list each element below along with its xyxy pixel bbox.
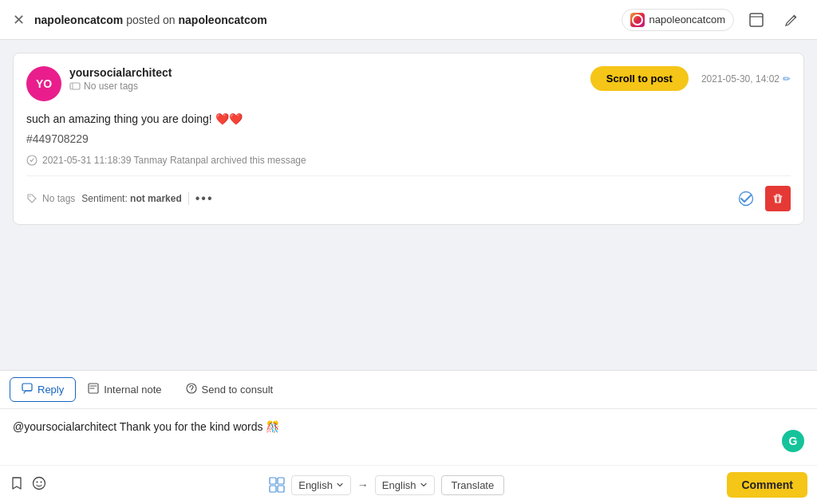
bookmark-icon[interactable] bbox=[10, 476, 24, 494]
reply-input[interactable]: @yoursocialarchitect Thank you for the k… bbox=[0, 409, 817, 465]
chevron-down-icon bbox=[420, 481, 428, 489]
comment-card: YO yoursocialarchitect No user tags Scro… bbox=[13, 53, 804, 225]
chevron-down-icon bbox=[336, 481, 344, 489]
svg-rect-0 bbox=[750, 14, 763, 26]
account-selector[interactable]: napoleoncatcom bbox=[622, 9, 734, 31]
translate-button[interactable]: Translate bbox=[441, 475, 505, 495]
comment-submit-button[interactable]: Comment bbox=[727, 472, 807, 498]
svg-point-5 bbox=[30, 196, 31, 198]
reply-area: Reply Internal note Send to consult bbox=[0, 370, 817, 504]
reply-footer: English → English Translate Comment bbox=[0, 465, 817, 504]
svg-rect-15 bbox=[278, 478, 284, 484]
reply-tabs: Reply Internal note Send to consult bbox=[0, 371, 817, 409]
translate-to-select[interactable]: English bbox=[375, 475, 435, 495]
input-container: @yoursocialarchitect Thank you for the k… bbox=[0, 409, 817, 465]
instagram-icon bbox=[630, 13, 645, 27]
footer-divider bbox=[188, 192, 189, 205]
tab-internal-label: Internal note bbox=[104, 384, 161, 396]
translate-from-select[interactable]: English bbox=[291, 475, 351, 495]
edit-icon bbox=[784, 13, 799, 27]
svg-rect-14 bbox=[270, 478, 276, 484]
svg-point-10 bbox=[191, 392, 191, 392]
reply-icon bbox=[22, 383, 33, 396]
sentiment-label: Sentiment: not marked bbox=[81, 193, 181, 204]
comment-hashtag: #449708229 bbox=[26, 132, 791, 145]
svg-rect-16 bbox=[270, 486, 276, 492]
more-options-button[interactable]: ••• bbox=[195, 191, 214, 206]
translate-icon bbox=[269, 477, 285, 493]
header-title: napoleoncatcom posted on napoleoncatcom bbox=[34, 14, 622, 26]
tab-send-to-consult[interactable]: Send to consult bbox=[174, 377, 286, 402]
tags-section: No tags bbox=[26, 193, 75, 204]
tag-icon bbox=[69, 81, 81, 92]
comment-user: YO yoursocialarchitect No user tags bbox=[26, 66, 172, 101]
svg-point-13 bbox=[41, 481, 42, 482]
svg-rect-17 bbox=[278, 486, 284, 492]
grammarly-badge: G bbox=[782, 430, 804, 452]
tag-icon bbox=[26, 193, 37, 204]
comment-text: such an amazing thing you are doing! ❤️❤… bbox=[26, 111, 791, 128]
archive-icon bbox=[26, 155, 37, 166]
svg-rect-7 bbox=[22, 384, 32, 391]
mark-done-button[interactable] bbox=[733, 186, 759, 211]
archive-notice: 2021-05-31 11:18:39 Tanmay Ratanpal arch… bbox=[26, 155, 791, 176]
svg-rect-2 bbox=[70, 83, 80, 89]
svg-point-12 bbox=[37, 481, 38, 482]
emoji-icon[interactable] bbox=[32, 476, 46, 494]
comment-footer: No tags Sentiment: not marked ••• bbox=[26, 186, 791, 211]
close-button[interactable]: ✕ bbox=[13, 11, 25, 29]
internal-note-icon bbox=[88, 383, 99, 396]
header: ✕ napoleoncatcom posted on napoleoncatco… bbox=[0, 0, 817, 40]
checkmark-icon bbox=[738, 191, 754, 207]
main-content: YO yoursocialarchitect No user tags Scro… bbox=[0, 40, 817, 370]
tab-reply-label: Reply bbox=[37, 384, 64, 396]
trash-icon bbox=[772, 193, 783, 204]
translate-section: English → English Translate bbox=[54, 475, 719, 495]
avatar: YO bbox=[26, 66, 61, 101]
footer-left-actions bbox=[10, 476, 46, 494]
svg-point-11 bbox=[34, 477, 45, 489]
comment-date: 2021-05-30, 14:02 ✏ bbox=[701, 73, 791, 85]
tab-internal-note[interactable]: Internal note bbox=[76, 377, 173, 402]
header-actions: napoleoncatcom bbox=[622, 7, 804, 33]
comment-header: YO yoursocialarchitect No user tags Scro… bbox=[26, 66, 791, 101]
tab-reply[interactable]: Reply bbox=[10, 377, 76, 402]
edit-icon-button[interactable] bbox=[779, 7, 804, 33]
tab-consult-label: Send to consult bbox=[202, 384, 274, 396]
user-info: yoursocialarchitect No user tags bbox=[69, 66, 172, 92]
scroll-to-post-button[interactable]: Scroll to post bbox=[590, 66, 689, 91]
delete-button[interactable] bbox=[765, 186, 791, 211]
consult-icon bbox=[186, 383, 197, 396]
footer-actions bbox=[733, 186, 791, 211]
user-tags: No user tags bbox=[69, 81, 172, 92]
comment-header-right: Scroll to post 2021-05-30, 14:02 ✏ bbox=[590, 66, 791, 91]
username: yoursocialarchitect bbox=[69, 66, 172, 79]
window-icon bbox=[749, 13, 764, 27]
arrow-icon: → bbox=[357, 478, 369, 491]
window-icon-button[interactable] bbox=[744, 7, 769, 33]
